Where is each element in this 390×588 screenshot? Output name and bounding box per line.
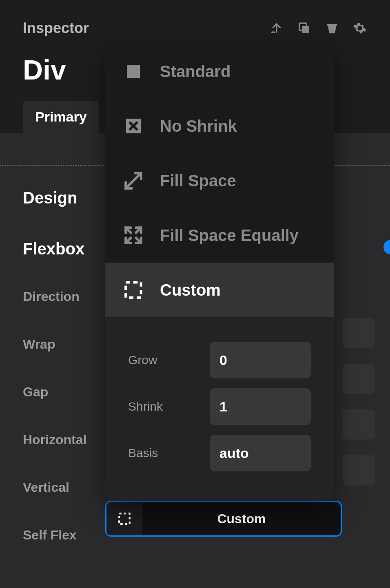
basis-label: Basis [128,446,158,460]
selfflex-popover: Standard No Shrink Fill Space Fill Space… [105,44,334,501]
option-noshrink[interactable]: No Shrink [105,99,334,153]
basis-input[interactable] [210,435,311,471]
option-fillspace-equally[interactable]: Fill Space Equally [105,208,334,263]
shrink-input[interactable] [210,388,311,425]
trash-icon[interactable] [325,21,339,35]
square-icon [123,61,144,82]
expand-diagonal-icon [123,170,144,191]
svg-rect-2 [327,24,337,26]
option-label: Fill Space Equally [160,226,299,245]
control-stub [343,318,375,348]
svg-rect-3 [119,513,130,524]
custom-flex-panel: Grow Shrink Basis [105,317,334,501]
svg-rect-4 [127,65,140,78]
control-stub [343,409,375,440]
svg-rect-0 [302,26,309,33]
upload-icon[interactable] [269,21,284,35]
control-stub [343,455,375,485]
dashed-square-icon [123,280,144,300]
custom-icon [106,502,142,535]
selfflex-dropdown[interactable]: Custom [105,501,342,537]
gear-icon[interactable] [352,21,367,35]
option-label: Standard [160,62,230,81]
option-fillspace[interactable]: Fill Space [105,153,334,208]
option-custom[interactable]: Custom [105,263,334,317]
option-label: No Shrink [160,117,237,135]
copy-icon[interactable] [297,21,312,35]
control-stub [343,364,375,394]
square-x-icon [123,116,144,136]
svg-rect-6 [126,282,141,298]
grow-label: Grow [128,353,157,367]
option-standard[interactable]: Standard [105,44,334,99]
inspector-title: Inspector [23,20,89,37]
expand-all-icon [123,225,144,245]
grow-input[interactable] [210,342,311,378]
selfflex-value: Custom [142,511,341,526]
option-label: Fill Space [160,172,236,190]
shrink-label: Shrink [128,400,163,413]
option-label: Custom [160,281,221,299]
tab-primary[interactable]: Primary [23,101,99,133]
